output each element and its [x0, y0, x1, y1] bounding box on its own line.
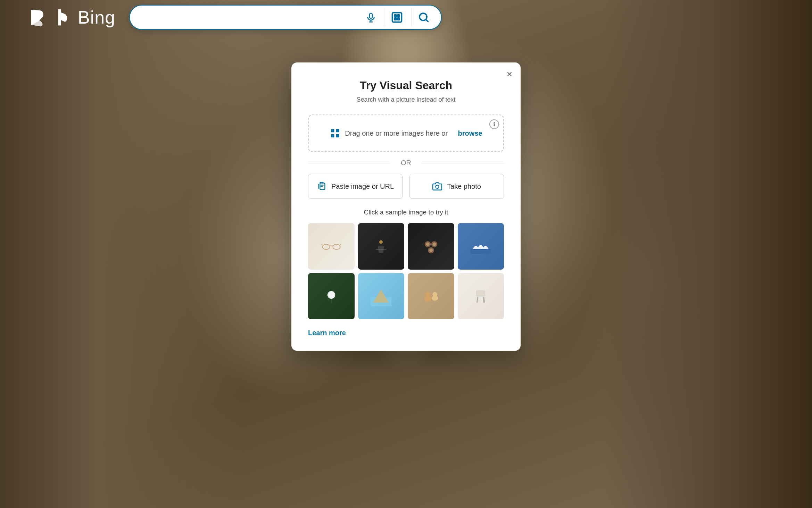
- svg-rect-15: [318, 184, 319, 189]
- paste-button-label: Paste image or URL: [331, 183, 394, 190]
- svg-point-18: [333, 244, 340, 249]
- svg-point-34: [330, 294, 333, 297]
- camera-icon: [432, 181, 442, 191]
- svg-line-46: [483, 297, 484, 303]
- paste-image-button[interactable]: Paste image or URL: [308, 174, 403, 199]
- learn-more-link[interactable]: Learn more: [308, 329, 346, 337]
- dropzone-main-text: Drag one or more images here or: [345, 129, 448, 137]
- rose-svg: [323, 287, 340, 305]
- pyramid-svg: [371, 286, 391, 306]
- svg-rect-10: [331, 129, 334, 132]
- drop-zone[interactable]: Drag one or more images here or browse ℹ: [308, 115, 504, 152]
- sample-image-chair[interactable]: [458, 273, 504, 320]
- samples-title: Click a sample image to try it: [308, 209, 504, 216]
- svg-point-22: [379, 240, 383, 244]
- browse-link[interactable]: browse: [458, 129, 482, 137]
- modal-backdrop: × Try Visual Search Search with a pictur…: [0, 0, 812, 508]
- sample-image-coffee[interactable]: [408, 223, 454, 270]
- svg-line-21: [340, 244, 341, 245]
- svg-rect-41: [477, 291, 485, 296]
- svg-line-43: [477, 297, 478, 303]
- modal-subtitle: Search with a picture instead of text: [308, 96, 504, 103]
- svg-rect-11: [336, 129, 339, 132]
- coffee-svg: [422, 238, 440, 255]
- svg-line-20: [321, 244, 322, 245]
- action-buttons: Paste image or URL Take photo: [308, 174, 504, 199]
- svg-point-29: [429, 248, 433, 252]
- svg-point-27: [432, 243, 436, 246]
- svg-point-40: [432, 292, 437, 297]
- paste-icon: [317, 181, 326, 191]
- dining-svg: [372, 238, 390, 255]
- photo-button-label: Take photo: [447, 183, 481, 190]
- svg-point-16: [436, 185, 439, 188]
- svg-rect-31: [472, 249, 490, 250]
- svg-line-45: [478, 297, 478, 303]
- take-photo-button[interactable]: Take photo: [409, 174, 504, 199]
- svg-point-17: [322, 244, 330, 249]
- sample-image-pyramid[interactable]: [358, 273, 405, 320]
- drag-icon: [330, 128, 341, 139]
- info-icon[interactable]: ℹ: [489, 119, 499, 129]
- svg-point-38: [425, 292, 430, 297]
- sunglasses-svg: [321, 241, 342, 252]
- svg-rect-42: [477, 296, 485, 297]
- sample-image-sunglasses[interactable]: [308, 223, 355, 270]
- sample-image-dining[interactable]: [358, 223, 405, 270]
- svg-marker-36: [373, 290, 389, 303]
- svg-line-44: [484, 297, 485, 303]
- drop-zone-text: Drag one or more images here or browse: [317, 128, 495, 139]
- sample-image-opera[interactable]: [458, 223, 504, 270]
- chair-svg: [472, 287, 489, 305]
- or-divider: OR: [308, 152, 504, 174]
- modal-title: Try Visual Search: [308, 79, 504, 92]
- modal-close-button[interactable]: ×: [507, 69, 512, 79]
- opera-svg: [470, 238, 491, 254]
- sample-image-rose[interactable]: [308, 273, 355, 320]
- samples-grid: [308, 223, 504, 319]
- svg-rect-13: [336, 134, 339, 137]
- visual-search-modal: × Try Visual Search Search with a pictur…: [291, 62, 521, 351]
- svg-rect-23: [376, 249, 387, 249]
- svg-rect-12: [331, 134, 334, 137]
- sample-image-dogs[interactable]: [408, 273, 454, 320]
- svg-point-25: [426, 243, 429, 246]
- dogs-svg: [421, 286, 441, 306]
